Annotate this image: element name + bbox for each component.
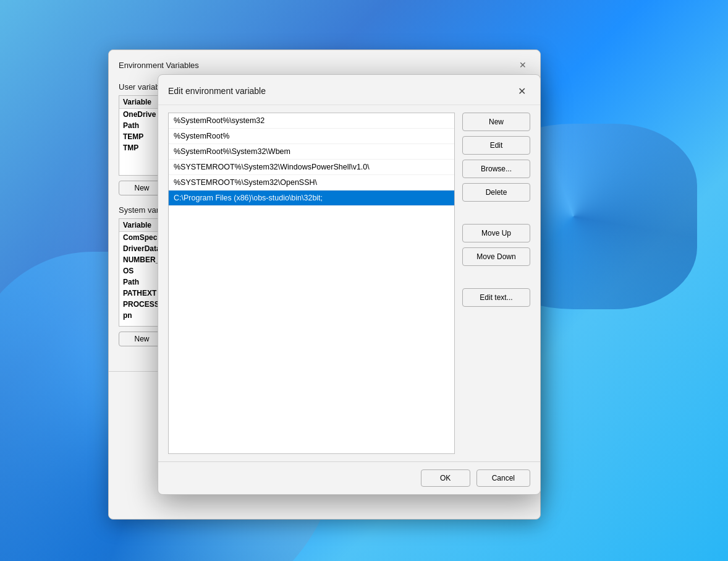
env-dialog-close-button[interactable]: ✕ — [515, 58, 530, 72]
edit-dialog-title: Edit environment variable — [168, 86, 266, 96]
path-entry-row[interactable]: %SYSTEMROOT%\System32\OpenSSH\ — [169, 175, 454, 191]
move-up-button[interactable]: Move Up — [462, 224, 530, 242]
env-dialog-titlebar: Environment Variables ✕ — [109, 50, 540, 77]
edit-env-variable-dialog: Edit environment variable ✕ %SystemRoot%… — [158, 74, 541, 495]
edit-dialog-titlebar: Edit environment variable ✕ — [158, 75, 540, 105]
new-path-button[interactable]: New — [462, 113, 530, 131]
path-entries-list[interactable]: %SystemRoot%\system32 %SystemRoot% %Syst… — [168, 113, 455, 454]
path-entry-row-selected[interactable]: C:\Program Files (x86)\obs-studio\bin\32… — [169, 191, 454, 206]
edit-cancel-button[interactable]: Cancel — [476, 469, 530, 487]
spacer2 — [462, 271, 530, 283]
browse-path-button[interactable]: Browse... — [462, 160, 530, 178]
move-down-button[interactable]: Move Down — [462, 247, 530, 266]
path-entry-row[interactable]: %SYSTEMROOT%\System32\WindowsPowerShell\… — [169, 160, 454, 175]
path-entry-row[interactable]: %SystemRoot%\System32\Wbem — [169, 144, 454, 160]
edit-dialog-footer: OK Cancel — [158, 461, 540, 494]
env-dialog-title: Environment Variables — [119, 61, 199, 70]
path-entry-row[interactable]: %SystemRoot%\system32 — [169, 113, 454, 129]
edit-ok-button[interactable]: OK — [421, 469, 470, 487]
spacer — [462, 207, 530, 219]
delete-path-button[interactable]: Delete — [462, 183, 530, 202]
edit-path-button[interactable]: Edit — [462, 136, 530, 155]
path-entry-row[interactable]: %SystemRoot% — [169, 129, 454, 144]
edit-dialog-close-button[interactable]: ✕ — [513, 82, 530, 100]
edit-dialog-body: %SystemRoot%\system32 %SystemRoot% %Syst… — [158, 105, 540, 461]
edit-text-button[interactable]: Edit text... — [462, 288, 530, 307]
edit-dialog-buttons: New Edit Browse... Delete Move Up Move D… — [462, 113, 530, 454]
